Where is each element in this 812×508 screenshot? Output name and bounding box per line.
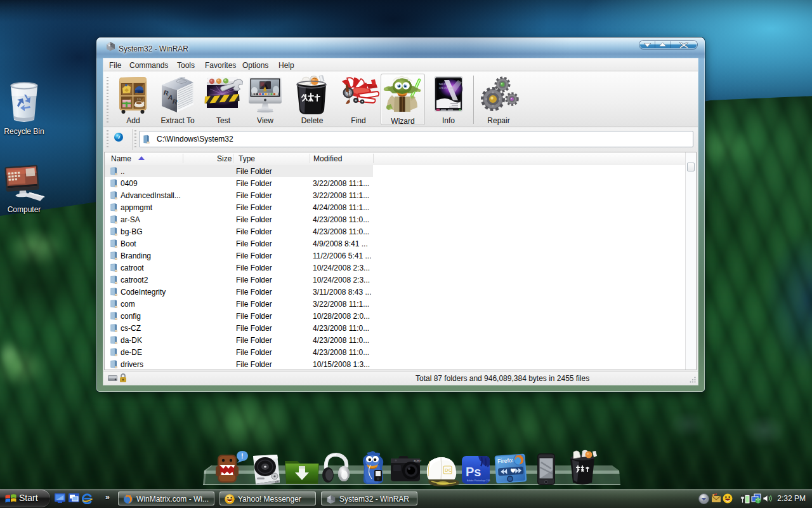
svg-text:!: ! bbox=[241, 452, 244, 460]
svg-text:Adobe Photoshop CS3: Adobe Photoshop CS3 bbox=[467, 479, 490, 482]
svg-text:SONY: SONY bbox=[414, 459, 422, 462]
svg-text:500 2.5": 500 2.5" bbox=[439, 83, 449, 86]
svg-text:DC: DC bbox=[445, 467, 452, 473]
svg-text:Ps: Ps bbox=[466, 465, 481, 479]
svg-text:GTB 2TeB SSD: GTB 2TeB SSD bbox=[439, 87, 454, 90]
svg-text:Firefox: Firefox bbox=[497, 457, 516, 464]
